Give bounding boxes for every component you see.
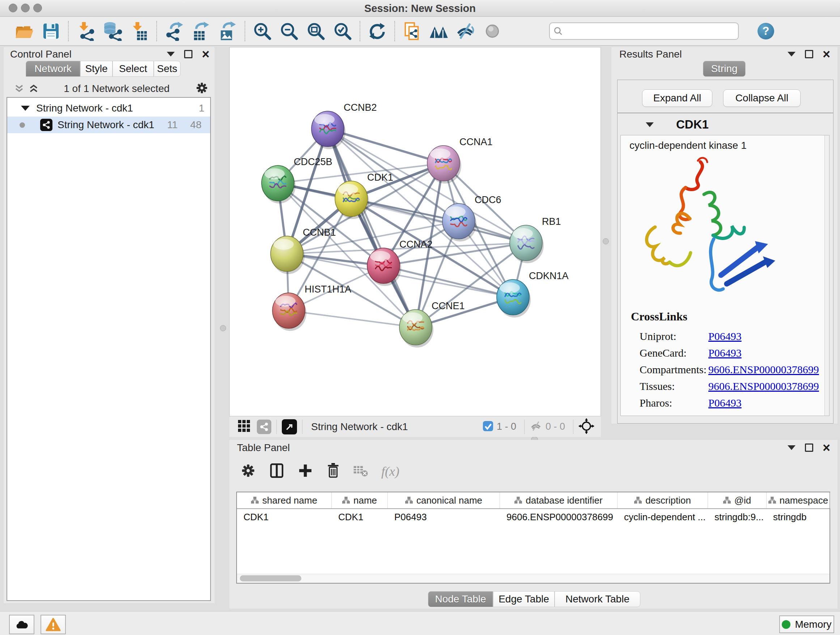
table-horizontal-scrollbar[interactable]: [237, 574, 829, 583]
export-table-button[interactable]: [187, 19, 214, 43]
export-image-button[interactable]: [214, 19, 241, 43]
network-tree-child-row[interactable]: String Network - cdk1 11 48: [7, 117, 210, 133]
selected-checkbox-icon[interactable]: [482, 420, 494, 433]
tree-expander-icon[interactable]: [21, 106, 30, 111]
grid-view-icon[interactable]: [237, 419, 251, 434]
panel-menu-icon[interactable]: [788, 52, 796, 57]
crosslink-label: Tissues:: [639, 380, 708, 393]
left-splitter-handle[interactable]: [220, 325, 226, 331]
crosslink-link[interactable]: P06493: [708, 397, 742, 409]
zoom-fit-button[interactable]: [302, 19, 329, 43]
crosslink-link[interactable]: 9606.ENSP00000378699: [708, 380, 819, 393]
network-node-hist1h1a[interactable]: HIST1H1A: [272, 284, 351, 328]
single-view-icon[interactable]: [257, 420, 271, 434]
network-snapshot-button[interactable]: [399, 19, 425, 43]
panel-float-icon[interactable]: [805, 50, 813, 58]
import-table-button[interactable]: [126, 19, 153, 43]
network-tree-root-row[interactable]: String Network - cdk1 1: [7, 100, 210, 117]
tab-select[interactable]: Select: [112, 61, 154, 77]
panel-close-icon[interactable]: ×: [202, 51, 210, 58]
tab-edge-table[interactable]: Edge Table: [493, 591, 554, 607]
network-node-rb1[interactable]: RB1: [510, 216, 561, 261]
network-canvas[interactable]: CCNB2CCNA1CDC25BCDK1CDC6RB1CCNB1CCNA2CDK…: [229, 47, 601, 416]
hidden-count: 0 - 0: [546, 421, 565, 432]
collapse-all-button[interactable]: Collapse All: [723, 89, 801, 107]
table-cell[interactable]: P06493: [388, 509, 500, 525]
import-network-button[interactable]: [73, 19, 99, 43]
table-cell[interactable]: CDK1: [237, 509, 332, 525]
panel-menu-icon[interactable]: [788, 445, 796, 450]
tab-node-table[interactable]: Node Table: [428, 591, 493, 607]
detach-view-icon[interactable]: [282, 419, 297, 434]
search-input[interactable]: [563, 25, 734, 37]
crosslink-link[interactable]: 9606.ENSP00000378699: [708, 363, 819, 376]
toolbar-search-field[interactable]: [549, 22, 739, 40]
table-cell[interactable]: stringdb: [767, 509, 830, 525]
results-scrollbar[interactable]: [824, 135, 829, 416]
column-header--id[interactable]: @id: [708, 492, 767, 508]
memory-button[interactable]: Memory: [779, 616, 834, 633]
panel-close-icon[interactable]: ×: [823, 444, 830, 451]
zoom-out-button[interactable]: [276, 19, 302, 43]
cloud-status-button[interactable]: [9, 615, 34, 634]
export-network-button[interactable]: [161, 19, 187, 43]
node-label: CDKN1A: [529, 271, 569, 281]
gene-name: CDK1: [676, 118, 709, 131]
network-edge[interactable]: [289, 310, 416, 327]
column-header-canonical-name[interactable]: canonical name: [388, 492, 500, 508]
column-header-description[interactable]: description: [617, 492, 708, 508]
network-view-title: String Network - cdk1: [311, 421, 482, 432]
birds-eye-toggle-icon[interactable]: [578, 418, 594, 435]
panel-close-icon[interactable]: ×: [823, 51, 830, 58]
crosslink-link[interactable]: P06493: [708, 347, 742, 359]
tab-style[interactable]: Style: [80, 61, 112, 77]
network-node-cdkn1a[interactable]: CDKN1A: [497, 271, 569, 315]
scrollbar-thumb[interactable]: [240, 575, 302, 581]
table-options-gear-icon[interactable]: [240, 463, 256, 480]
tab-network[interactable]: Network: [26, 61, 80, 77]
column-header-namespace[interactable]: namespace: [767, 492, 830, 508]
table-cell[interactable]: 9606.ENSP00000378699: [500, 509, 617, 525]
create-column-icon[interactable]: [297, 463, 313, 480]
gene-section-header[interactable]: CDK1: [617, 115, 833, 134]
collapse-all-networks-icon[interactable]: [14, 84, 24, 93]
apply-layout-button[interactable]: [364, 19, 391, 43]
expand-all-button[interactable]: Expand All: [642, 89, 712, 107]
tab-sets[interactable]: Sets: [154, 61, 180, 77]
panel-float-icon[interactable]: [805, 443, 813, 452]
table-cell[interactable]: cyclin-dependent ...: [617, 509, 708, 525]
open-session-button[interactable]: [11, 19, 38, 43]
section-collapse-icon[interactable]: [646, 122, 654, 127]
control-panel-title: Control Panel: [10, 49, 72, 60]
warnings-button[interactable]: [41, 615, 66, 634]
expand-all-networks-icon[interactable]: [29, 84, 38, 93]
tab-network-table[interactable]: Network Table: [554, 591, 640, 607]
zoom-selected-button[interactable]: [329, 19, 356, 43]
column-header-name[interactable]: name: [332, 492, 388, 508]
table-cell[interactable]: CDK1: [332, 509, 388, 525]
tab-string[interactable]: String: [703, 61, 745, 77]
show-graphics-details-button[interactable]: [479, 19, 506, 43]
crosslink-label: Uniprot:: [639, 330, 708, 342]
delete-column-icon[interactable]: [325, 462, 341, 480]
table-cell[interactable]: stringdb:9...: [708, 509, 767, 525]
crosslink-link[interactable]: P06493: [708, 330, 742, 342]
hidden-eye-icon[interactable]: [530, 420, 543, 433]
network-edge[interactable]: [328, 129, 416, 327]
column-header-database-identifier[interactable]: database identifier: [500, 492, 617, 508]
network-overview-button[interactable]: [425, 19, 452, 43]
right-splitter-handle[interactable]: [603, 238, 609, 244]
zoom-in-button[interactable]: [249, 19, 276, 43]
panel-float-icon[interactable]: [184, 50, 193, 58]
column-header-shared-name[interactable]: shared name: [237, 492, 332, 508]
overview-icon: [429, 21, 449, 41]
help-button[interactable]: ?: [758, 23, 774, 40]
network-options-gear-icon[interactable]: [195, 81, 209, 96]
hide-graphics-details-button[interactable]: [452, 19, 479, 43]
column-header-label: database identifier: [526, 495, 602, 506]
show-columns-icon[interactable]: [268, 462, 285, 480]
table-row[interactable]: CDK1CDK1P064939606.ENSP00000378699cyclin…: [237, 509, 829, 525]
import-network-from-database-button[interactable]: [99, 19, 126, 43]
save-session-button[interactable]: [38, 19, 65, 43]
panel-menu-icon[interactable]: [167, 52, 175, 57]
